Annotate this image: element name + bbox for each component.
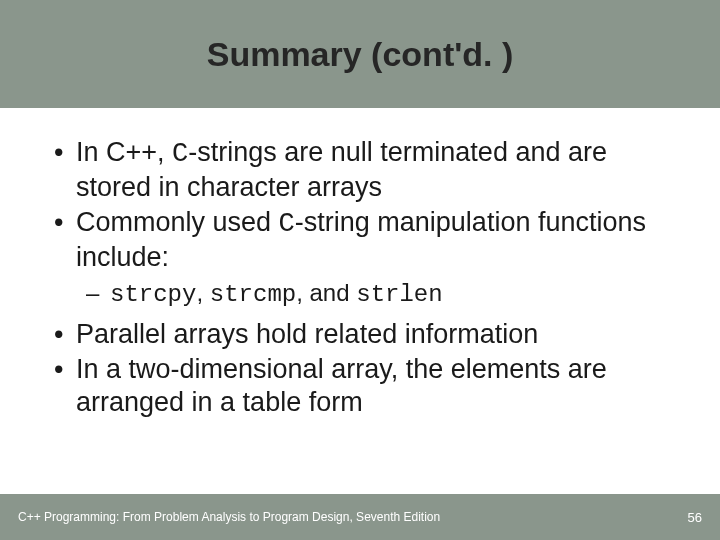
bullet-item-3: Parallel arrays hold related information [50,318,670,351]
content-area: In C++, C-strings are null terminated an… [0,108,720,494]
sub1-mono-2: strcmp [210,281,296,308]
sub1-text-2: , and [296,279,356,306]
sub-bullet-list: strcpy, strcmp, and strlen [76,278,670,310]
bullet-1-text-pre: In C++, [76,137,172,167]
bullet-item-4: In a two-dimensional array, the elements… [50,353,670,419]
sub1-text-1: , [196,279,209,306]
bullet-list: In C++, C-strings are null terminated an… [50,136,670,419]
footer-bar: C++ Programming: From Problem Analysis t… [0,494,720,540]
slide: Summary (cont'd. ) In C++, C-strings are… [0,0,720,540]
bullet-1-mono: C [172,139,188,169]
footer-text: C++ Programming: From Problem Analysis t… [18,510,440,524]
sub-bullet-1: strcpy, strcmp, and strlen [76,278,670,310]
header-bar: Summary (cont'd. ) [0,0,720,108]
bullet-item-2: Commonly used C-string manipulation func… [50,206,670,310]
bullet-item-1: In C++, C-strings are null terminated an… [50,136,670,204]
bullet-2-text-pre: Commonly used [76,207,279,237]
bullet-2-mono: C [279,209,295,239]
bullet-4-text: In a two-dimensional array, the elements… [76,354,607,417]
sub1-mono-3: strlen [356,281,442,308]
slide-title: Summary (cont'd. ) [207,35,514,74]
bullet-3-text: Parallel arrays hold related information [76,319,538,349]
sub1-mono-1: strcpy [110,281,196,308]
page-number: 56 [688,510,702,525]
